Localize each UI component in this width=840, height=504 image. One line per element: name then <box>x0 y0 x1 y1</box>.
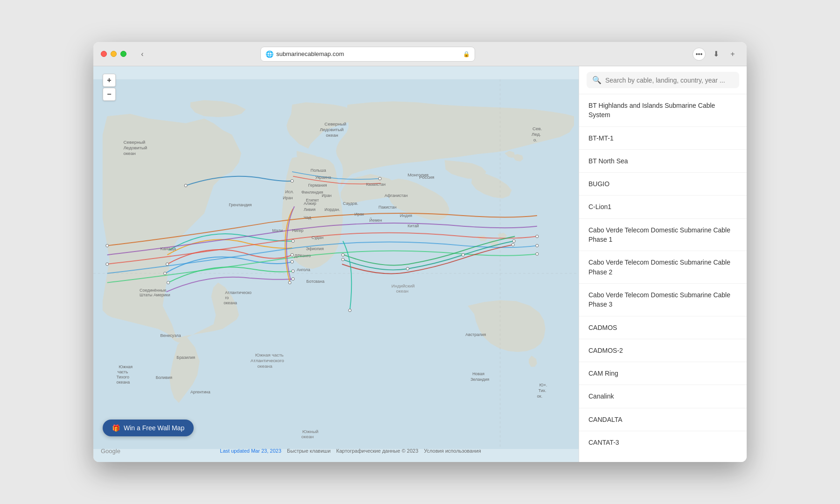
svg-text:Аргентина: Аргентина <box>190 390 210 394</box>
svg-text:Ю×.: Ю×. <box>539 383 547 387</box>
lock-icon: 🔒 <box>463 51 470 57</box>
search-input[interactable] <box>605 77 734 84</box>
back-button[interactable]: ‹ <box>136 48 149 61</box>
svg-text:Ирак: Ирак <box>355 212 364 217</box>
cable-list-item[interactable]: CAM Ring <box>579 362 747 385</box>
cable-list-item[interactable]: BUGIO <box>579 173 747 196</box>
download-button[interactable]: ⬇ <box>709 48 722 61</box>
cable-list-item[interactable]: C-Lion1 <box>579 196 747 218</box>
search-icon: 🔍 <box>592 76 602 84</box>
svg-text:Южная: Южная <box>119 364 133 369</box>
search-input-wrap[interactable]: 🔍 <box>587 72 739 88</box>
cable-list: BT Highlands and Islands Submarine Cable… <box>579 94 747 462</box>
svg-text:Египет: Египет <box>306 198 319 203</box>
svg-text:океан: океан <box>301 434 314 439</box>
svg-text:Йемен: Йемен <box>369 217 382 223</box>
more-options-button[interactable]: ••• <box>693 48 706 61</box>
svg-text:океана: океана <box>258 364 273 369</box>
svg-text:Исл.: Исл. <box>285 189 294 194</box>
svg-point-9 <box>536 235 539 238</box>
terms-text: Условия использования <box>424 448 481 454</box>
svg-text:Индия: Индия <box>400 213 412 218</box>
map-controls: + − <box>103 74 116 101</box>
svg-text:Венесуэла: Венесуэла <box>161 333 181 338</box>
svg-text:Россия: Россия <box>419 175 434 180</box>
svg-text:Иран: Иран <box>322 193 331 198</box>
svg-text:Ледовитый: Ледовитый <box>320 127 343 132</box>
svg-text:Ангола: Ангола <box>297 267 310 272</box>
svg-text:Тихого: Тихого <box>117 375 129 379</box>
svg-point-13 <box>511 243 514 246</box>
svg-text:Индийский: Индийский <box>392 283 415 288</box>
svg-text:Гренландия: Гренландия <box>229 203 252 207</box>
svg-text:Южная часть: Южная часть <box>255 352 284 357</box>
cable-list-item[interactable]: Cabo Verde Telecom Domestic Submarine Ca… <box>579 219 747 252</box>
cable-list-item[interactable]: CANTAT-3 <box>579 431 747 454</box>
svg-point-2 <box>167 281 169 284</box>
svg-text:Лед.: Лед. <box>532 132 541 137</box>
svg-text:ок.: ок. <box>537 394 542 399</box>
svg-point-12 <box>512 240 515 243</box>
svg-text:Афганистан: Афганистан <box>385 193 408 198</box>
zoom-in-button[interactable]: + <box>103 74 116 87</box>
sidebar: 🔍 BT Highlands and Islands Submarine Cab… <box>579 66 747 462</box>
svg-text:ДРКонго: ДРКонго <box>294 253 311 258</box>
svg-text:Штаты Америки: Штаты Америки <box>140 293 170 297</box>
svg-text:Атлантического: Атлантического <box>251 358 284 363</box>
url-text: submarinecablemap.com <box>276 50 460 57</box>
svg-text:часть: часть <box>118 370 128 374</box>
cable-list-item[interactable]: CADMOS-2 <box>579 339 747 362</box>
svg-point-19 <box>378 177 381 180</box>
win-map-label: Win a Free Wall Map <box>124 424 184 432</box>
fullscreen-button[interactable] <box>120 51 126 57</box>
svg-text:океан: океан <box>326 133 338 138</box>
cable-list-item[interactable]: BT Highlands and Islands Submarine Cable… <box>579 94 747 127</box>
svg-text:Зеландия: Зеландия <box>470 377 489 382</box>
svg-text:Польша: Польша <box>311 168 326 173</box>
map-svg: Северный Ледовитый океан Северный Ледови… <box>93 66 579 462</box>
close-button[interactable] <box>101 51 107 57</box>
svg-point-4 <box>291 253 294 256</box>
cable-list-item[interactable]: Canalink <box>579 385 747 408</box>
svg-text:Австралия: Австралия <box>465 332 486 337</box>
svg-text:Тих.: Тих. <box>539 388 546 393</box>
svg-point-24 <box>106 244 109 247</box>
svg-point-6 <box>292 270 294 273</box>
svg-point-11 <box>536 252 539 255</box>
map-footer: Google Last updated Mar 23, 2023 Быстрые… <box>93 440 579 462</box>
svg-text:Иордан.: Иордан. <box>324 207 340 212</box>
svg-text:Нигер: Нигер <box>292 228 303 233</box>
google-logo: Google <box>101 448 120 455</box>
svg-point-5 <box>291 260 294 263</box>
search-box: 🔍 <box>579 66 747 94</box>
svg-text:Новая: Новая <box>472 371 484 376</box>
cable-list-item[interactable]: CANDALTA <box>579 408 747 431</box>
zoom-out-button[interactable]: − <box>103 88 116 101</box>
svg-text:Саудов.: Саудов. <box>343 201 358 206</box>
cable-list-item[interactable]: Cabo Verde Telecom Domestic Submarine Ca… <box>579 284 747 316</box>
svg-text:Северный: Северный <box>324 121 346 126</box>
minimize-button[interactable] <box>111 51 117 57</box>
cable-list-item[interactable]: BT-MT-1 <box>579 127 747 150</box>
svg-text:Иран: Иран <box>283 196 293 200</box>
svg-text:Чад: Чад <box>304 215 312 220</box>
svg-text:Соединённые: Соединённые <box>140 288 166 293</box>
win-map-button[interactable]: 🎁 Win a Free Wall Map <box>103 420 194 436</box>
address-bar[interactable]: 🌐 submarinecablemap.com 🔒 <box>260 47 475 62</box>
svg-point-18 <box>291 180 294 182</box>
svg-text:Пакистан: Пакистан <box>378 205 397 210</box>
svg-point-20 <box>406 267 409 270</box>
map-area[interactable]: Северный Ледовитый океан Северный Ледови… <box>93 66 579 462</box>
svg-text:го: го <box>225 295 229 300</box>
svg-point-14 <box>342 258 344 261</box>
map-data-text: Картографические данные © 2023 <box>336 448 419 454</box>
svg-text:Северный: Северный <box>123 140 145 145</box>
cable-list-item[interactable]: CADMOS <box>579 316 747 339</box>
svg-text:Эфиопия: Эфиопия <box>306 246 324 251</box>
svg-text:Канада: Канада <box>161 246 176 251</box>
cable-list-item[interactable]: BT North Sea <box>579 150 747 173</box>
cable-list-item[interactable]: Cabo Verde Telecom Domestic Submarine Ca… <box>579 251 747 284</box>
svg-point-23 <box>106 263 109 266</box>
svg-text:Китай: Китай <box>408 224 419 228</box>
new-tab-button[interactable]: + <box>726 48 739 61</box>
